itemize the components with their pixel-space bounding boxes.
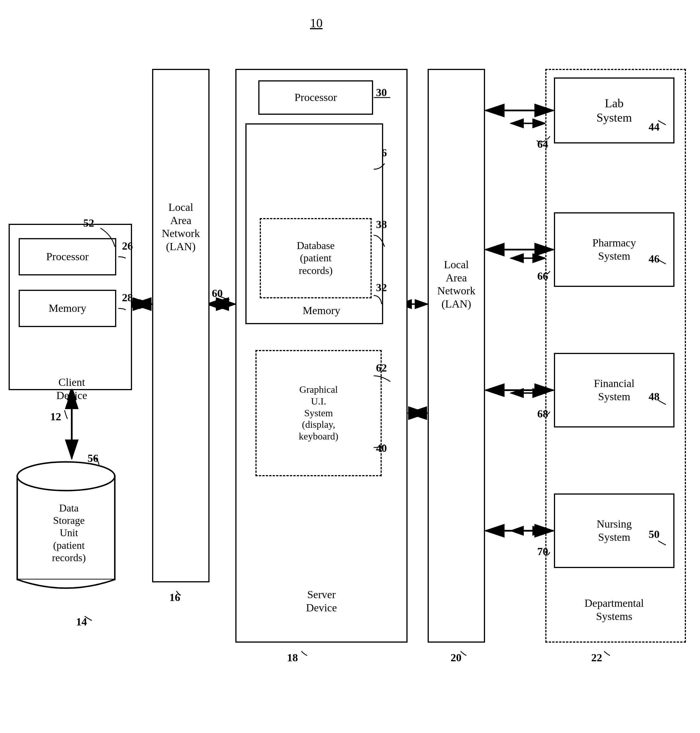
database-box: Database(patientrecords)	[260, 218, 372, 298]
lan-right-panel	[428, 69, 485, 643]
num-46: 46	[649, 253, 660, 265]
memory-label: Memory	[253, 304, 390, 317]
num-68: 68	[537, 407, 548, 420]
num-20: 20	[451, 651, 462, 664]
num-38: 38	[376, 218, 387, 231]
client-memory-label: Memory	[49, 302, 87, 315]
gui-system-label: GraphicalU.I.System(display,keyboard)	[299, 384, 338, 442]
num-40: 40	[376, 442, 387, 454]
title-label: 10	[310, 16, 323, 31]
num-26: 26	[122, 239, 133, 252]
database-label: Database(patientrecords)	[297, 239, 335, 277]
client-processor-box: Processor	[19, 238, 116, 275]
lab-system-box: LabSystem	[554, 78, 675, 144]
num-32: 32	[376, 281, 387, 294]
num-44: 44	[649, 120, 660, 133]
server-processor-box: Processor	[258, 80, 373, 115]
client-memory-box: Memory	[19, 290, 116, 327]
num-50: 50	[649, 528, 660, 541]
client-device-label: ClientDevice	[17, 376, 126, 402]
lan-left-label: LocalAreaNetwork(LAN)	[154, 201, 208, 253]
departmental-systems-label: DepartmentalSystems	[544, 597, 684, 623]
num-12: 12	[50, 410, 61, 423]
num-52: 52	[83, 217, 94, 229]
num-28: 28	[122, 291, 133, 304]
num-64: 64	[537, 138, 548, 150]
data-storage-label: DataStorageUnit(patientrecords)	[19, 502, 119, 564]
lan-left-panel	[152, 69, 209, 582]
client-processor-label: Processor	[46, 250, 89, 263]
lan-right-label: LocalAreaNetwork(LAN)	[429, 258, 484, 310]
server-device-label: ServerDevice	[247, 588, 396, 614]
num-22: 22	[591, 651, 602, 664]
num-60: 60	[212, 287, 223, 300]
num-30: 30	[376, 86, 387, 99]
svg-point-11	[17, 462, 115, 491]
gui-system-box: GraphicalU.I.System(display,keyboard)	[256, 350, 382, 476]
pharmacy-system-label: PharmacySystem	[593, 236, 636, 263]
server-processor-label: Processor	[294, 91, 337, 104]
num-70: 70	[537, 545, 548, 558]
num-62: 62	[376, 361, 387, 374]
num-48: 48	[649, 390, 660, 403]
num-16: 16	[169, 591, 180, 604]
num-56: 56	[88, 452, 99, 464]
num-18: 18	[287, 651, 298, 664]
num-66: 66	[537, 270, 548, 282]
pharmacy-system-box: PharmacySystem	[554, 212, 675, 287]
nursing-system-label: NursingSystem	[597, 517, 632, 544]
lab-system-label: LabSystem	[596, 96, 632, 125]
num-14: 14	[76, 615, 87, 628]
financial-system-label: FinancialSystem	[594, 377, 634, 403]
